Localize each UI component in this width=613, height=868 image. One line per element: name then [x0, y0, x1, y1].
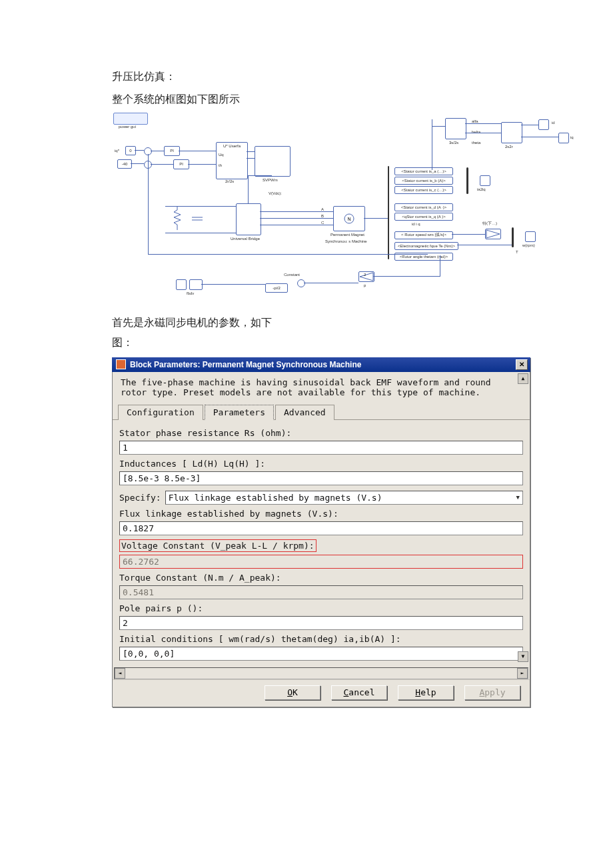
cancel-button[interactable]: Cancel [331, 685, 387, 700]
capacitor-icon [192, 215, 203, 222]
inductances-input[interactable] [119, 471, 523, 485]
torque-constant-label: Torque Constant (N.m / A_peak): [119, 573, 523, 583]
ok-button[interactable]: OK [265, 685, 320, 700]
torque-constant-input [119, 585, 523, 599]
help-button[interactable]: Help [398, 685, 454, 700]
block-universal-bridge [236, 203, 261, 235]
dialog-description: ▲ The five-phase machine is having sinus… [113, 372, 530, 401]
apply-button: Apply [464, 685, 520, 700]
label-userfa: U* Userfa [223, 144, 241, 148]
initial-conditions-label: Initial conditions [ wm(rad/s) thetam(de… [119, 634, 523, 644]
label-pmsm-1: Permanent Magnet [330, 233, 364, 237]
rs-input[interactable] [119, 441, 523, 455]
label-gain: 特(下…) [482, 221, 497, 227]
label-vdc: V(Vdc): [269, 191, 282, 195]
block-fb-scope [176, 279, 187, 290]
label-powergui: power gui [119, 125, 136, 129]
svg-text:N: N [347, 217, 350, 221]
bus-id: <Stator current is_d (A ·)> [394, 203, 453, 211]
label-T: T [516, 250, 518, 254]
block-parameters-dialog: Block Parameters: Permanent Magnet Synch… [112, 357, 530, 707]
sum3 [297, 279, 305, 287]
specify-select-value: Flux linkage established by magnets (V.s… [169, 493, 382, 503]
button-row: OK Cancel Help Apply [113, 679, 530, 707]
label-ubridge: Universal Bridge [231, 237, 260, 241]
doc-line-2: 整个系统的框图如下图所示 [112, 89, 501, 109]
app-icon [116, 359, 126, 369]
flux-input[interactable] [119, 521, 523, 535]
tab-configuration[interactable]: Configuration [118, 405, 203, 420]
scroll-down-icon[interactable]: ▼ [518, 651, 528, 662]
const-negpi2: -pi/2 [265, 283, 288, 293]
desc-line-1: The five-phase machine is having sinusoi… [121, 377, 523, 387]
label-wrpm: w(rpm) [522, 243, 535, 247]
label-pmsm-2: Synchronou: s Machine [325, 239, 367, 243]
out-belta: belta [472, 130, 480, 134]
specify-label: Specify: [119, 493, 161, 503]
mux-iabc [466, 167, 468, 194]
flux-label: Flux linkage established by magnets (V.s… [119, 509, 523, 519]
mux-wt [512, 227, 514, 247]
label-2r2s: 2r/2s [225, 179, 234, 183]
pole-pairs-input[interactable] [119, 616, 523, 630]
bus-te: <Electromagnetic fque Te (Nm)> [394, 242, 458, 250]
tab-parameters[interactable]: Parameters [205, 405, 274, 420]
block-pi2: PI [173, 159, 189, 169]
tab-advanced[interactable]: Advanced [275, 405, 334, 420]
const-neg40: -40 [117, 159, 132, 169]
label-sc-iq: iq [570, 135, 574, 139]
doc-line-4: 图： [112, 333, 501, 353]
inductances-label: Inductances [ Ld(H) Lq(H) ]: [119, 459, 523, 469]
out-theta: theta [472, 141, 480, 145]
block-fb-gain [189, 279, 203, 290]
const-zero: 0 [125, 146, 136, 155]
specify-select[interactable]: Flux linkage established by magnets (V.s… [165, 491, 523, 505]
label-idiq: id i q [412, 222, 420, 226]
block-pi1: PI [164, 146, 180, 156]
label-svpwm: SVPWm [263, 178, 278, 182]
label-3s2s: 3s/2s [449, 141, 458, 145]
scope-id [538, 119, 549, 130]
block-pmsm: N [333, 206, 365, 231]
bus-ib: <Stator current is_b (A)> [394, 177, 453, 185]
label-iqstar: iq* [115, 149, 119, 153]
gain-p-val: 2 [364, 273, 366, 277]
dialog-titlebar[interactable]: Block Parameters: Permanent Magnet Synch… [112, 357, 530, 372]
rs-label: Stator phase resistance Rs (ohm): [119, 428, 523, 438]
gain-wm [485, 229, 501, 239]
horizontal-scrollbar[interactable]: ◄ ► [114, 667, 528, 679]
dialog-title-text: Block Parameters: Permanent Magnet Synch… [130, 360, 361, 369]
label-uq: Uq [219, 153, 224, 157]
label-p: p [364, 283, 366, 287]
block-powergui [113, 113, 148, 125]
label-sc-id: id [552, 121, 555, 125]
pole-pairs-label: Pole pairs p (): [119, 603, 523, 613]
label-constant: Constant [284, 273, 300, 277]
label-fbdv: fbdv [187, 291, 194, 295]
simulink-diagram: power gui iq* 0 -40 PI PI U* Userfa Uq t… [112, 113, 585, 307]
resistor-icon [172, 206, 183, 230]
block-svpwm [255, 146, 291, 177]
desc-line-2: rotor type. Preset models are not availa… [121, 387, 523, 397]
scope-iabc [480, 175, 490, 186]
doc-line-3: 首先是永磁同步电机的参数，如下 [112, 313, 501, 333]
label-2s2r: 2s2r [505, 145, 513, 149]
bus-bar [388, 166, 389, 259]
block-userfa: U* Userfa [216, 142, 248, 179]
scope-wrpm [525, 231, 536, 242]
doc-line-1: 升压比仿真： [112, 67, 501, 87]
scope-iq [558, 133, 569, 143]
bus-ic: <Stator current is_c (…)> [394, 186, 453, 194]
label-ia2iq: ia2iq [477, 187, 486, 191]
gain-p [358, 271, 374, 282]
bus-wm: < Rotor speed wm [弧/s]> [394, 231, 453, 239]
bus-ia: <Stator current is_a (…)> [394, 167, 453, 175]
scroll-left-icon[interactable]: ◄ [115, 668, 125, 679]
bus-iq: <qStor current is_q (A )> [394, 213, 453, 221]
initial-conditions-input[interactable] [119, 647, 523, 661]
close-button[interactable]: ✕ [516, 359, 528, 370]
voltage-constant-input [119, 555, 523, 569]
label-th: th [219, 163, 222, 167]
scroll-up-icon[interactable]: ▲ [518, 373, 528, 384]
scroll-right-icon[interactable]: ► [517, 668, 528, 679]
